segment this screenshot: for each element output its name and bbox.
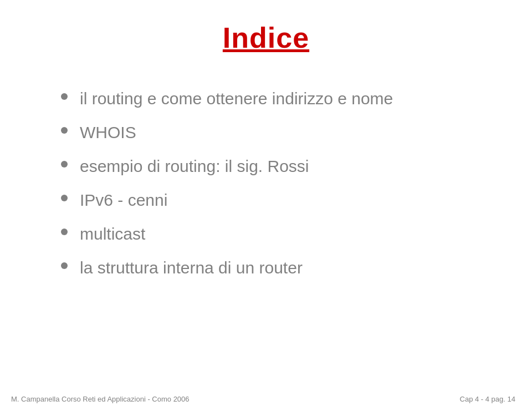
bullet-dot-icon: [61, 93, 68, 100]
footer-right-text: Cap 4 - 4 pag. 14: [460, 395, 515, 403]
bullet-dot-icon: [61, 127, 68, 134]
slide-footer: M. Campanella Corso Reti ed Applicazioni…: [0, 389, 532, 411]
bullet-dot-icon: [61, 161, 68, 168]
list-item-text: esempio di routing: il sig. Rossi: [80, 155, 309, 177]
list-item-text: WHOIS: [80, 121, 136, 143]
list-item-text: multicast: [80, 223, 145, 245]
bullet-dot-icon: [61, 229, 68, 235]
footer-left-text: M. Campanella Corso Reti ed Applicazioni…: [11, 395, 190, 403]
slide-header: Indice: [0, 0, 532, 65]
list-item: IPv6 - cenni: [61, 189, 532, 211]
list-item-text: il routing e come ottenere indirizzo e n…: [80, 88, 393, 109]
slide-title: Indice: [0, 21, 532, 54]
list-item: la struttura interna di un router: [61, 257, 532, 278]
list-item-text: la struttura interna di un router: [80, 257, 303, 278]
bullet-dot-icon: [61, 262, 68, 269]
slide-content: il routing e come ottenere indirizzo e n…: [0, 65, 532, 389]
list-item: multicast: [61, 223, 532, 245]
list-item: WHOIS: [61, 121, 532, 143]
list-item: esempio di routing: il sig. Rossi: [61, 155, 532, 177]
list-item: il routing e come ottenere indirizzo e n…: [61, 88, 532, 109]
bullet-list: il routing e come ottenere indirizzo e n…: [61, 88, 532, 278]
list-item-text: IPv6 - cenni: [80, 189, 167, 211]
slide: Indice il routing e come ottenere indiri…: [0, 0, 532, 411]
bullet-dot-icon: [61, 195, 68, 201]
